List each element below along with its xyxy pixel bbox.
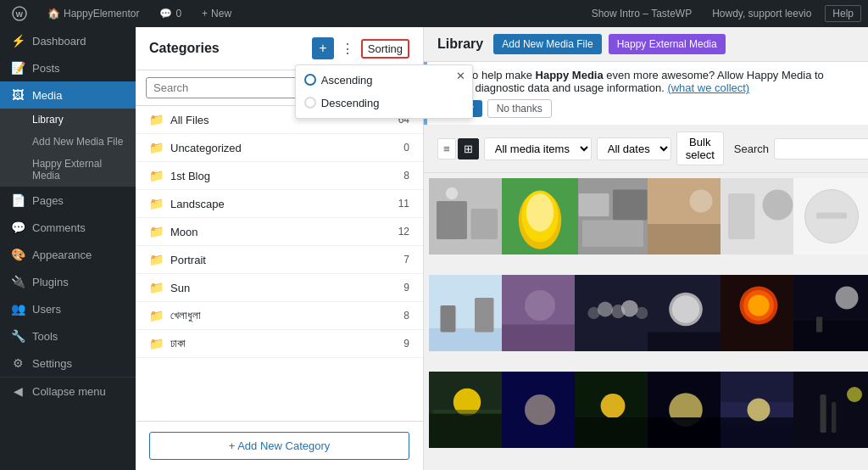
cat-count: 9 (392, 338, 409, 350)
posts-icon: 📝 (10, 61, 25, 75)
cat-item-landscape[interactable]: 📁 Landscape 11 (136, 190, 423, 218)
cat-item-portrait[interactable]: 📁 Portrait 7 (136, 246, 423, 274)
more-options-btn[interactable]: ⋮ (337, 39, 358, 59)
happy-external-btn[interactable]: Happy External Media (609, 34, 726, 54)
svg-rect-29 (502, 325, 578, 352)
svg-rect-65 (793, 372, 868, 448)
sidebar-sub-add-new[interactable]: Add New Media File (0, 131, 136, 153)
sidebar-item-dashboard[interactable]: ⚡ Dashboard (0, 27, 136, 54)
svg-rect-4 (471, 209, 498, 239)
media-thumb-4[interactable] (648, 178, 724, 255)
svg-point-16 (690, 190, 713, 213)
grid-view-btn[interactable]: ⊞ (458, 138, 479, 159)
media-thumb-8[interactable] (502, 275, 578, 351)
sorting-dropdown: Ascending Descending ✕ (295, 64, 473, 119)
collapse-label: Collapse menu (32, 385, 106, 398)
cat-item-1st-blog[interactable]: 📁 1st Blog 8 (136, 162, 423, 190)
comment-count: 0 (175, 8, 181, 20)
sidebar-item-appearance[interactable]: 🎨 Appearance (0, 241, 136, 268)
media-thumb-12[interactable] (793, 275, 868, 351)
svg-point-68 (847, 387, 862, 402)
site-name-bar[interactable]: 🏠 HappyElementor (42, 0, 144, 27)
sidebar-item-plugins[interactable]: 🔌 Plugins (0, 268, 136, 295)
folder-icon: 📁 (149, 113, 164, 126)
date-filter[interactable]: All dates (597, 137, 671, 160)
media-thumb-3[interactable] (575, 178, 651, 255)
svg-rect-60 (648, 417, 724, 448)
pages-icon: 📄 (10, 193, 25, 207)
sidebar-item-pages[interactable]: 📄 Pages (0, 187, 136, 214)
list-view-btn[interactable]: ≡ (437, 138, 456, 159)
sidebar-item-label: Tools (32, 330, 58, 343)
media-thumb-10[interactable] (648, 275, 724, 351)
media-thumb-15[interactable] (575, 372, 651, 448)
cat-item-sun[interactable]: 📁 Sun 9 (136, 274, 423, 302)
media-thumb-11[interactable] (721, 275, 797, 351)
sidebar-item-tools[interactable]: 🔧 Tools (0, 322, 136, 350)
media-search-input[interactable] (774, 138, 868, 159)
bulk-select-btn[interactable]: Bulk select (676, 131, 724, 165)
cat-item-dhaka[interactable]: 📁 ঢাকা 9 (136, 330, 423, 358)
cat-name: খেলাধুলা (170, 309, 392, 322)
sidebar-sub-library[interactable]: Library (0, 109, 136, 131)
sidebar-item-comments[interactable]: 💬 Comments (0, 214, 136, 241)
site-icon: 🏠 (47, 8, 60, 20)
comments-bar[interactable]: 💬 0 (154, 0, 186, 27)
notice-text: Want to help make Happy Media even more … (441, 69, 854, 94)
media-thumb-13[interactable] (429, 372, 505, 448)
folder-icon: 📁 (149, 281, 164, 294)
media-thumb-7[interactable] (429, 275, 505, 351)
tools-icon: 🔧 (10, 329, 25, 343)
help-btn[interactable]: Help (825, 5, 861, 22)
media-thumb-5[interactable] (721, 178, 797, 255)
sorting-label: Sorting (368, 42, 403, 55)
folder-icon: 📁 (149, 197, 164, 210)
sorting-dropdown-trigger[interactable]: Sorting Ascending Descending ✕ (361, 39, 409, 59)
media-thumb-1[interactable] (429, 178, 505, 255)
library-title: Library (437, 36, 483, 52)
sidebar-item-label: Appearance (32, 249, 92, 261)
sidebar-sub-happy-external[interactable]: Happy External Media (0, 153, 136, 187)
svg-point-32 (598, 302, 613, 317)
sidebar-item-posts[interactable]: 📝 Posts (0, 54, 136, 81)
svg-rect-26 (475, 298, 494, 333)
search-label: Search (734, 143, 769, 155)
filter-bar: ≡ ⊞ All media items All dates Bulk selec… (424, 125, 868, 173)
sidebar-item-users[interactable]: 👥 Users (0, 295, 136, 322)
media-thumb-14[interactable] (502, 372, 578, 448)
media-thumb-17[interactable] (721, 372, 797, 448)
add-new-media-btn[interactable]: Add New Media File (493, 34, 601, 54)
media-type-filter[interactable]: All media items (484, 137, 592, 160)
media-thumb-18[interactable] (793, 372, 868, 448)
sidebar-collapse[interactable]: ◀ Collapse menu (0, 377, 136, 405)
add-category-btn[interactable]: + Add New Category (149, 432, 409, 460)
cat-name: Landscape (170, 198, 392, 210)
sidebar-item-media[interactable]: 🖼 Media (0, 81, 136, 109)
media-thumb-9[interactable] (575, 275, 651, 351)
media-thumb-16[interactable] (648, 372, 724, 448)
add-category-icon-btn[interactable]: + (312, 37, 334, 59)
what-we-collect-link[interactable]: (what we collect) (667, 81, 749, 94)
svg-point-35 (636, 307, 648, 319)
dashboard-icon: ⚡ (10, 34, 25, 48)
media-thumb-6[interactable] (793, 178, 868, 255)
wp-logo[interactable]: W (7, 0, 32, 27)
sort-ascending[interactable]: Ascending (296, 69, 472, 92)
sidebar-item-label: Media (32, 89, 62, 102)
svg-point-43 (748, 294, 769, 316)
cat-item-kheladhula[interactable]: 📁 খেলাধুলা 8 (136, 302, 423, 330)
descending-label: Descending (321, 97, 380, 109)
svg-rect-18 (728, 193, 755, 239)
cat-name: ঢাকা (170, 337, 392, 350)
categories-title: Categories (149, 41, 220, 56)
media-thumb-2[interactable] (502, 178, 578, 255)
no-thanks-btn[interactable]: No thanks (487, 99, 552, 118)
sort-descending[interactable]: Descending (296, 92, 472, 115)
sidebar-item-settings[interactable]: ⚙ Settings (0, 350, 136, 377)
cat-item-uncategorized[interactable]: 📁 Uncategorized 0 (136, 134, 423, 162)
plus-icon: + (202, 8, 208, 20)
new-item-bar[interactable]: + New (197, 0, 236, 27)
collapse-icon: ◀ (10, 384, 25, 398)
close-dropdown-icon[interactable]: ✕ (456, 70, 465, 82)
cat-item-moon[interactable]: 📁 Moon 12 (136, 218, 423, 246)
